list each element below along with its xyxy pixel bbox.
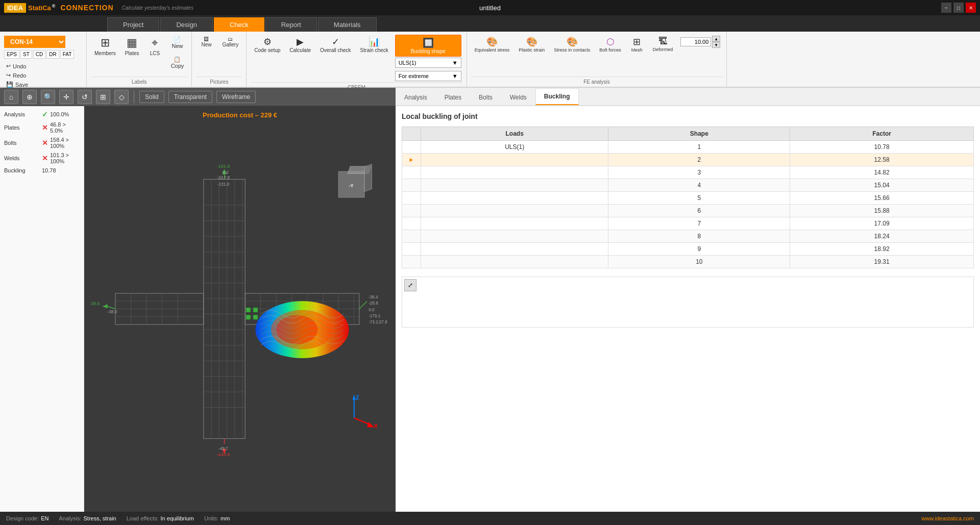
type-fat[interactable]: FAT xyxy=(60,50,75,59)
undo-button[interactable]: ↩ Undo xyxy=(4,62,74,70)
overall-check-button[interactable]: ✓ Overall check xyxy=(316,34,355,56)
svg-text:-28.8: -28.8 xyxy=(369,301,378,306)
bolts-fail-icon: ✕ xyxy=(42,139,48,147)
type-st[interactable]: ST xyxy=(20,50,32,59)
spin-down-button[interactable]: ▼ xyxy=(712,42,720,48)
solid-button[interactable]: Solid xyxy=(139,91,164,103)
ribbon-data-section: CON-14 EPS ST CD DR FAT ↩ Undo ↪ Redo 💾 … xyxy=(0,32,87,87)
zoom-fit-button[interactable]: ⊕ xyxy=(22,90,37,104)
tab-buckling[interactable]: Buckling xyxy=(535,88,579,105)
svg-text:Z: Z xyxy=(356,394,359,401)
row-arrow-cell xyxy=(402,166,421,179)
tab-report[interactable]: Report xyxy=(265,17,317,32)
loads-cell xyxy=(421,205,608,217)
tab-check[interactable]: Check xyxy=(214,17,264,32)
row-arrow-cell xyxy=(402,243,421,256)
factor-cell: 15.88 xyxy=(790,205,974,217)
loads-cell xyxy=(421,256,608,268)
website-link[interactable]: www.ideastatica.com xyxy=(921,515,974,521)
design-code-value: EN xyxy=(41,515,48,521)
svg-text:-10.7,8: -10.7,8 xyxy=(217,176,230,180)
window-title: untitled xyxy=(479,4,501,12)
tab-project[interactable]: Project xyxy=(107,17,159,32)
row-arrow-cell xyxy=(402,230,421,243)
new-icon: 📄 xyxy=(174,36,181,43)
design-code-item: Design code: EN xyxy=(6,515,49,521)
table-row[interactable]: ► 2 12.58 xyxy=(402,154,974,166)
calculate-button[interactable]: ▶ Calculate xyxy=(286,34,314,56)
tab-bolts[interactable]: Bolts xyxy=(470,89,501,105)
stress-contacts-button[interactable]: 🎨 Stress in contacts xyxy=(550,34,594,55)
transparent-button[interactable]: Transparent xyxy=(168,91,212,103)
spin-up-button[interactable]: ▲ xyxy=(712,36,720,42)
table-row[interactable]: ULS(1) 1 10.78 xyxy=(402,141,974,154)
shape-cell: 2 xyxy=(608,154,790,166)
content-area: Analysis ✓ 100.0% Plates ✕ 46.8 > 5.0% B… xyxy=(0,106,396,512)
maximize-button[interactable]: □ xyxy=(953,3,964,13)
plates-button[interactable]: ▦ Plates xyxy=(121,34,143,59)
new-button[interactable]: 📄 New xyxy=(167,34,187,52)
table-row[interactable]: 9 18.92 xyxy=(402,243,974,256)
tab-materials[interactable]: Materials xyxy=(318,17,377,32)
bolts-value: 158.4 > 100% xyxy=(50,137,80,149)
members-button[interactable]: ⊞ Members xyxy=(91,34,119,59)
copy-button[interactable]: 📋 Copy xyxy=(167,54,187,71)
mesh-icon: ⊞ xyxy=(633,36,641,47)
wireframe-button[interactable]: Wireframe xyxy=(216,91,256,103)
tab-analysis[interactable]: Analysis xyxy=(396,89,436,105)
loads-cell xyxy=(421,243,608,256)
home-view-button[interactable]: ⌂ xyxy=(4,90,18,104)
deformed-button[interactable]: 🏗 Deformed xyxy=(649,34,677,55)
close-button[interactable]: ✕ xyxy=(966,3,976,13)
table-row[interactable]: 10 19.31 xyxy=(402,256,974,268)
lcs-button[interactable]: ⌖ LCS xyxy=(144,34,165,59)
strain-check-button[interactable]: 📊 Strain check xyxy=(357,34,392,56)
status-bar: Design code: EN Analysis: Stress, strain… xyxy=(0,512,980,525)
tab-welds[interactable]: Welds xyxy=(501,89,535,105)
usl-dropdown[interactable]: ULS(1) ▼ xyxy=(395,58,461,68)
lcs-icon: ⌖ xyxy=(152,36,158,49)
mesh-button[interactable]: ⊞ Mesh xyxy=(627,34,647,55)
buckling-shape-button[interactable]: 🔲 Buckling shape xyxy=(395,35,461,57)
zoom-button[interactable]: 🔍 xyxy=(41,90,55,104)
code-setup-button[interactable]: ⚙ Code setup xyxy=(251,34,284,56)
loads-cell xyxy=(421,192,608,205)
fullscreen-button[interactable]: ⊞ xyxy=(96,90,110,104)
shape-cell: 10 xyxy=(608,256,790,268)
tab-design[interactable]: Design xyxy=(160,17,212,32)
svg-text:-49.7: -49.7 xyxy=(218,446,228,451)
welds-fail-icon: ✕ xyxy=(42,154,48,162)
plates-label: Plates xyxy=(4,124,40,131)
tab-plates[interactable]: Plates xyxy=(436,89,470,105)
table-row[interactable]: 5 15.66 xyxy=(402,192,974,205)
ribbon-pictures-section: 🖼 New 🗂 Gallery Pictures xyxy=(192,32,247,87)
rotate-button[interactable]: ↺ xyxy=(78,90,92,104)
equivalent-stress-button[interactable]: 🎨 Equivalent stress xyxy=(471,34,513,55)
gallery-button[interactable]: 🗂 Gallery xyxy=(218,34,242,50)
factor-cell: 10.78 xyxy=(790,141,974,154)
bolt-forces-button[interactable]: ⬡ Bolt forces xyxy=(596,34,625,55)
expand-panel: ⤢ xyxy=(402,277,974,328)
redo-button[interactable]: ↪ Redo xyxy=(4,71,74,80)
table-row[interactable]: 8 18.24 xyxy=(402,230,974,243)
type-eps[interactable]: EPS xyxy=(4,50,19,59)
plastic-strain-button[interactable]: 🎨 Plastic strain xyxy=(515,34,548,55)
type-cd[interactable]: CD xyxy=(33,50,45,59)
table-row[interactable]: 3 14.82 xyxy=(402,166,974,179)
minimize-button[interactable]: − xyxy=(941,3,951,13)
project-selector[interactable]: CON-14 xyxy=(4,36,65,48)
expand-button[interactable]: ⤢ xyxy=(404,279,416,291)
plates-icon: ▦ xyxy=(127,36,137,49)
3d-viewport[interactable]: Production cost – 229 € xyxy=(84,106,396,512)
table-row[interactable]: 6 15.88 xyxy=(402,205,974,217)
table-row[interactable]: 4 15.04 xyxy=(402,179,974,192)
fe-value-input[interactable] xyxy=(680,37,711,46)
table-row[interactable]: 7 17.09 xyxy=(402,217,974,230)
extreme-dropdown[interactable]: For extreme ▼ xyxy=(395,71,461,81)
col-shape-header: Shape xyxy=(608,127,790,141)
shape-button[interactable]: ◇ xyxy=(114,90,129,104)
type-dr[interactable]: DR xyxy=(46,50,59,59)
new-picture-button[interactable]: 🖼 New xyxy=(196,34,216,50)
pan-button[interactable]: ✛ xyxy=(59,90,74,104)
svg-text:-38.0: -38.0 xyxy=(108,310,117,314)
